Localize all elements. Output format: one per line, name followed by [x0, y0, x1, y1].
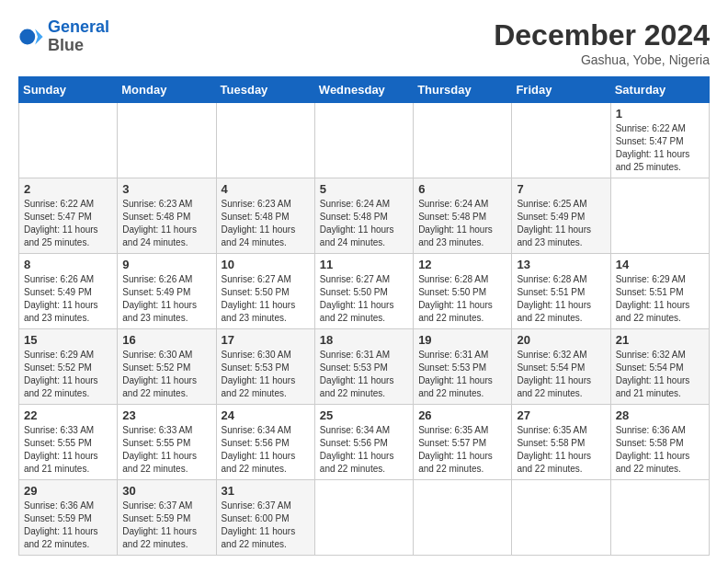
calendar-cell — [414, 103, 512, 178]
calendar-cell: 2Sunrise: 6:22 AM Sunset: 5:47 PM Daylig… — [19, 178, 118, 254]
day-info: Sunrise: 6:24 AM Sunset: 5:48 PM Dayligh… — [320, 198, 408, 249]
location: Gashua, Yobe, Nigeria — [494, 52, 710, 67]
day-number: 10 — [222, 258, 310, 271]
day-info: Sunrise: 6:29 AM Sunset: 5:51 PM Dayligh… — [616, 273, 704, 325]
calendar-table: SundayMondayTuesdayWednesdayThursdayFrid… — [18, 76, 710, 556]
day-info: Sunrise: 6:27 AM Sunset: 5:50 PM Dayligh… — [320, 273, 408, 325]
day-info: Sunrise: 6:26 AM Sunset: 5:49 PM Dayligh… — [24, 273, 112, 325]
day-info: Sunrise: 6:23 AM Sunset: 5:48 PM Dayligh… — [222, 198, 310, 249]
day-info: Sunrise: 6:25 AM Sunset: 5:49 PM Dayligh… — [517, 198, 605, 249]
day-info: Sunrise: 6:36 AM Sunset: 5:58 PM Dayligh… — [616, 424, 704, 476]
calendar-cell: 9Sunrise: 6:26 AM Sunset: 5:49 PM Daylig… — [118, 254, 216, 329]
calendar-week-row: 2Sunrise: 6:22 AM Sunset: 5:47 PM Daylig… — [19, 178, 710, 254]
day-number: 24 — [222, 408, 310, 422]
calendar-cell: 11Sunrise: 6:27 AM Sunset: 5:50 PM Dayli… — [314, 254, 413, 329]
day-number: 31 — [222, 484, 310, 498]
day-info: Sunrise: 6:34 AM Sunset: 5:56 PM Dayligh… — [222, 424, 310, 476]
calendar-cell: 3Sunrise: 6:23 AM Sunset: 5:48 PM Daylig… — [118, 178, 216, 254]
day-number: 25 — [320, 408, 408, 422]
calendar-week-row: 29Sunrise: 6:36 AM Sunset: 5:59 PM Dayli… — [19, 480, 710, 556]
calendar-cell: 26Sunrise: 6:35 AM Sunset: 5:57 PM Dayli… — [414, 405, 512, 480]
day-info: Sunrise: 6:24 AM Sunset: 5:48 PM Dayligh… — [418, 198, 506, 249]
calendar-header-wednesday: Wednesday — [314, 77, 413, 103]
day-number: 17 — [222, 333, 310, 347]
calendar-cell: 20Sunrise: 6:32 AM Sunset: 5:54 PM Dayli… — [512, 329, 610, 405]
calendar-cell: 16Sunrise: 6:30 AM Sunset: 5:52 PM Dayli… — [118, 329, 216, 405]
calendar-cell: 5Sunrise: 6:24 AM Sunset: 5:48 PM Daylig… — [314, 178, 413, 254]
svg-point-0 — [19, 29, 35, 44]
calendar-cell: 8Sunrise: 6:26 AM Sunset: 5:49 PM Daylig… — [19, 254, 118, 329]
day-info: Sunrise: 6:22 AM Sunset: 5:47 PM Dayligh… — [616, 122, 704, 174]
day-info: Sunrise: 6:23 AM Sunset: 5:48 PM Dayligh… — [122, 198, 210, 249]
calendar-cell: 24Sunrise: 6:34 AM Sunset: 5:56 PM Dayli… — [216, 405, 314, 480]
calendar-cell: 14Sunrise: 6:29 AM Sunset: 5:51 PM Dayli… — [610, 254, 709, 329]
day-number: 18 — [320, 333, 408, 347]
day-info: Sunrise: 6:26 AM Sunset: 5:49 PM Dayligh… — [122, 273, 210, 325]
calendar-cell: 25Sunrise: 6:34 AM Sunset: 5:56 PM Dayli… — [314, 405, 413, 480]
calendar-cell: 10Sunrise: 6:27 AM Sunset: 5:50 PM Dayli… — [216, 254, 314, 329]
calendar-cell: 13Sunrise: 6:28 AM Sunset: 5:51 PM Dayli… — [512, 254, 610, 329]
calendar-cell: 1Sunrise: 6:22 AM Sunset: 5:47 PM Daylig… — [610, 103, 709, 178]
day-info: Sunrise: 6:31 AM Sunset: 5:53 PM Dayligh… — [418, 349, 506, 400]
day-info: Sunrise: 6:31 AM Sunset: 5:53 PM Dayligh… — [320, 349, 408, 400]
calendar-cell: 23Sunrise: 6:33 AM Sunset: 5:55 PM Dayli… — [118, 405, 216, 480]
day-number: 3 — [122, 182, 210, 196]
calendar-cell: 21Sunrise: 6:32 AM Sunset: 5:54 PM Dayli… — [610, 329, 709, 405]
day-info: Sunrise: 6:30 AM Sunset: 5:53 PM Dayligh… — [222, 349, 310, 400]
calendar-header-friday: Friday — [512, 77, 610, 103]
calendar-cell: 29Sunrise: 6:36 AM Sunset: 5:59 PM Dayli… — [19, 480, 118, 556]
day-info: Sunrise: 6:35 AM Sunset: 5:57 PM Dayligh… — [418, 424, 506, 476]
day-info: Sunrise: 6:27 AM Sunset: 5:50 PM Dayligh… — [222, 273, 310, 325]
day-number: 28 — [616, 408, 704, 422]
logo: General Blue — [18, 18, 109, 55]
day-number: 22 — [24, 408, 112, 422]
day-info: Sunrise: 6:30 AM Sunset: 5:52 PM Dayligh… — [122, 349, 210, 400]
calendar-week-row: 22Sunrise: 6:33 AM Sunset: 5:55 PM Dayli… — [19, 405, 710, 480]
day-number: 26 — [418, 408, 506, 422]
day-info: Sunrise: 6:34 AM Sunset: 5:56 PM Dayligh… — [320, 424, 408, 476]
day-info: Sunrise: 6:28 AM Sunset: 5:50 PM Dayligh… — [418, 273, 506, 325]
day-number: 19 — [418, 333, 506, 347]
calendar-cell: 28Sunrise: 6:36 AM Sunset: 5:58 PM Dayli… — [610, 405, 709, 480]
day-number: 9 — [122, 258, 210, 271]
calendar-header-saturday: Saturday — [610, 77, 709, 103]
calendar-cell — [118, 103, 216, 178]
calendar-cell: 17Sunrise: 6:30 AM Sunset: 5:53 PM Dayli… — [216, 329, 314, 405]
day-number: 30 — [122, 484, 210, 498]
calendar-header-monday: Monday — [118, 77, 216, 103]
calendar-cell — [19, 103, 118, 178]
logo-icon — [18, 24, 44, 50]
day-number: 6 — [418, 182, 506, 196]
day-info: Sunrise: 6:22 AM Sunset: 5:47 PM Dayligh… — [24, 198, 112, 249]
day-number: 11 — [320, 258, 408, 271]
calendar-cell — [512, 480, 610, 556]
month-title: December 2024 — [494, 18, 710, 52]
day-number: 14 — [616, 258, 704, 271]
calendar-header-tuesday: Tuesday — [216, 77, 314, 103]
day-number: 2 — [24, 182, 112, 196]
day-number: 4 — [222, 182, 310, 196]
day-info: Sunrise: 6:37 AM Sunset: 6:00 PM Dayligh… — [222, 500, 310, 551]
calendar-cell — [610, 480, 709, 556]
day-number: 27 — [517, 408, 605, 422]
day-info: Sunrise: 6:28 AM Sunset: 5:51 PM Dayligh… — [517, 273, 605, 325]
calendar-cell: 7Sunrise: 6:25 AM Sunset: 5:49 PM Daylig… — [512, 178, 610, 254]
calendar-cell: 22Sunrise: 6:33 AM Sunset: 5:55 PM Dayli… — [19, 405, 118, 480]
calendar-cell: 30Sunrise: 6:37 AM Sunset: 5:59 PM Dayli… — [118, 480, 216, 556]
calendar-header-thursday: Thursday — [414, 77, 512, 103]
calendar-week-row: 1Sunrise: 6:22 AM Sunset: 5:47 PM Daylig… — [19, 103, 710, 178]
day-info: Sunrise: 6:33 AM Sunset: 5:55 PM Dayligh… — [24, 424, 112, 476]
day-info: Sunrise: 6:36 AM Sunset: 5:59 PM Dayligh… — [24, 500, 112, 551]
svg-marker-1 — [35, 29, 42, 44]
day-number: 15 — [24, 333, 112, 347]
calendar-cell — [314, 103, 413, 178]
calendar-cell — [610, 178, 709, 254]
calendar-header-sunday: Sunday — [19, 77, 118, 103]
calendar-cell: 15Sunrise: 6:29 AM Sunset: 5:52 PM Dayli… — [19, 329, 118, 405]
day-info: Sunrise: 6:32 AM Sunset: 5:54 PM Dayligh… — [616, 349, 704, 400]
calendar-cell: 4Sunrise: 6:23 AM Sunset: 5:48 PM Daylig… — [216, 178, 314, 254]
day-number: 5 — [320, 182, 408, 196]
calendar-cell: 19Sunrise: 6:31 AM Sunset: 5:53 PM Dayli… — [414, 329, 512, 405]
calendar-cell: 6Sunrise: 6:24 AM Sunset: 5:48 PM Daylig… — [414, 178, 512, 254]
calendar-cell — [314, 480, 413, 556]
